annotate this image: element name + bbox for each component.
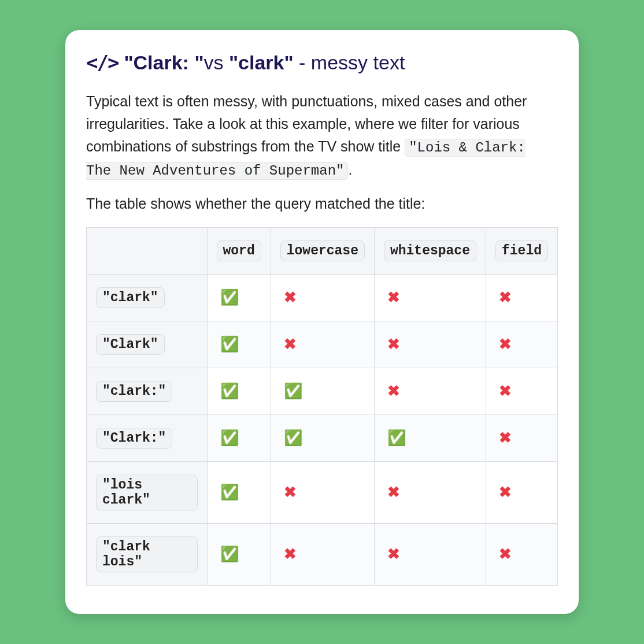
check-icon: ✅	[220, 382, 239, 400]
result-cell: ✖	[271, 523, 374, 585]
cross-icon: ✖	[284, 288, 297, 306]
check-icon: ✅	[220, 545, 239, 563]
result-cell: ✖	[486, 368, 557, 414]
headline-quote: "	[194, 51, 203, 73]
result-cell: ✖	[486, 523, 557, 585]
result-cell: ✅	[374, 414, 486, 461]
result-cell: ✅	[207, 414, 271, 461]
result-cell: ✖	[374, 368, 486, 414]
check-icon: ✅	[387, 429, 406, 447]
row-label-cell: "Clark:"	[87, 414, 208, 461]
result-cell: ✖	[374, 523, 486, 585]
headline-quote: "	[229, 51, 238, 73]
cross-icon: ✖	[284, 335, 297, 353]
headline-clark-upper: Clark:	[134, 51, 195, 73]
cross-icon: ✖	[387, 288, 400, 306]
table-row: "clark"✅✖✖✖	[87, 274, 558, 321]
table-row: "Clark"✅✖✖✖	[87, 321, 558, 368]
cross-icon: ✖	[499, 382, 512, 400]
row-label-cell: "clark lois"	[87, 523, 208, 585]
match-table: word lowercase whitespace field "clark"✅…	[86, 227, 558, 586]
result-cell: ✖	[486, 461, 557, 523]
cross-icon: ✖	[499, 545, 512, 563]
check-icon: ✅	[284, 429, 302, 447]
content-card: </> "Clark: "vs "clark" - messy text Typ…	[65, 30, 579, 614]
cross-icon: ✖	[387, 335, 400, 353]
headline-text: "Clark: "vs "clark" - messy text	[124, 51, 405, 74]
check-icon: ✅	[220, 288, 239, 306]
check-icon: ✅	[220, 429, 239, 447]
table-row: "clark:"✅✅✖✖	[87, 368, 558, 414]
headline: </> "Clark: "vs "clark" - messy text	[86, 51, 558, 74]
table-header: lowercase	[271, 227, 374, 274]
result-cell: ✖	[486, 321, 557, 368]
row-label-chip: "Clark"	[96, 334, 165, 355]
result-cell: ✅	[271, 368, 374, 414]
row-label-cell: "clark"	[87, 274, 208, 321]
row-label-chip: "clark"	[96, 287, 165, 308]
result-cell: ✅	[207, 523, 271, 585]
check-icon: ✅	[284, 382, 302, 400]
row-label-cell: "clark:"	[87, 368, 208, 414]
result-cell: ✖	[271, 461, 374, 523]
headline-dash: -	[299, 51, 311, 73]
column-chip-word: word	[217, 240, 261, 261]
row-label-cell: "Clark"	[87, 321, 208, 368]
row-label-chip: "clark:"	[96, 381, 172, 402]
table-header-empty	[87, 227, 208, 274]
result-cell: ✅	[207, 461, 271, 523]
result-cell: ✖	[374, 461, 486, 523]
table-header: word	[207, 227, 271, 274]
headline-quote: "	[284, 51, 299, 73]
intro-paragraph: Typical text is often messy, with punctu…	[86, 90, 558, 182]
row-label-chip: "clark lois"	[96, 536, 198, 572]
table-body: "clark"✅✖✖✖"Clark"✅✖✖✖"clark:"✅✅✖✖"Clark…	[87, 274, 558, 585]
cross-icon: ✖	[284, 483, 297, 501]
headline-quote: "	[124, 51, 133, 73]
result-cell: ✖	[271, 274, 374, 321]
table-header: field	[486, 227, 557, 274]
cross-icon: ✖	[387, 382, 400, 400]
result-cell: ✖	[374, 274, 486, 321]
result-cell: ✖	[486, 414, 557, 461]
result-cell: ✖	[271, 321, 374, 368]
headline-clark-lower: clark	[238, 51, 284, 73]
column-chip-field: field	[495, 240, 548, 261]
result-cell: ✅	[207, 321, 271, 368]
result-cell: ✅	[271, 414, 374, 461]
code-icon: </>	[86, 51, 118, 74]
row-label-cell: "lois clark"	[87, 461, 208, 523]
result-cell: ✖	[486, 274, 557, 321]
cross-icon: ✖	[499, 335, 512, 353]
row-label-chip: "Clark:"	[96, 428, 172, 449]
cross-icon: ✖	[499, 429, 512, 447]
check-icon: ✅	[220, 483, 239, 501]
cross-icon: ✖	[387, 483, 400, 501]
table-header-row: word lowercase whitespace field	[87, 227, 558, 274]
cross-icon: ✖	[387, 545, 400, 563]
column-chip-lowercase: lowercase	[280, 240, 365, 261]
table-row: "Clark:"✅✅✅✖	[87, 414, 558, 461]
row-label-chip: "lois clark"	[96, 475, 198, 510]
column-chip-whitespace: whitespace	[384, 240, 476, 261]
table-row: "clark lois"✅✖✖✖	[87, 523, 558, 585]
result-cell: ✅	[207, 368, 271, 414]
cross-icon: ✖	[284, 545, 297, 563]
cross-icon: ✖	[499, 288, 512, 306]
result-cell: ✖	[374, 321, 486, 368]
result-cell: ✅	[207, 274, 271, 321]
table-row: "lois clark"✅✖✖✖	[87, 461, 558, 523]
table-caption: The table shows whether the query matche…	[86, 195, 558, 212]
cross-icon: ✖	[499, 483, 512, 501]
headline-vs: vs	[204, 51, 229, 73]
intro-period: .	[348, 161, 352, 177]
headline-messy: messy text	[311, 51, 405, 73]
check-icon: ✅	[220, 335, 239, 353]
table-header: whitespace	[374, 227, 486, 274]
